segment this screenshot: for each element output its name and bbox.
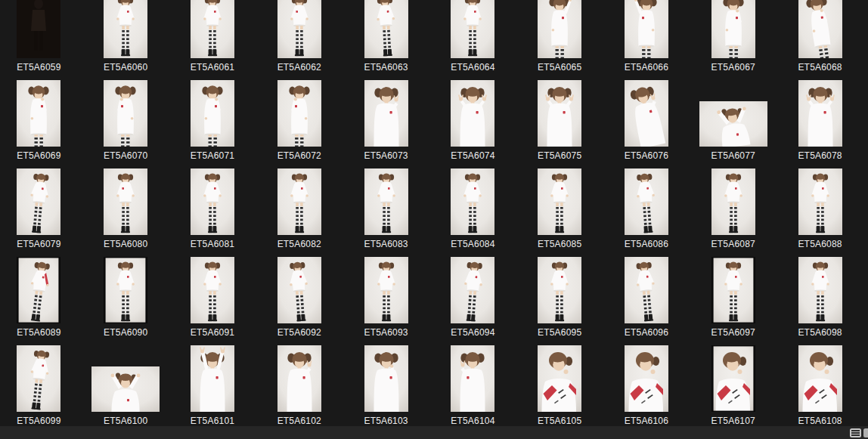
- gallery-item[interactable]: ET5A6074: [429, 77, 516, 165]
- photo-filename[interactable]: ET5A6077: [711, 150, 755, 161]
- gallery-item[interactable]: ET5A6088: [777, 165, 863, 254]
- photo-filename[interactable]: ET5A6092: [277, 327, 321, 338]
- gallery-item[interactable]: ET5A6089: [0, 254, 82, 342]
- photo-image[interactable]: [625, 168, 668, 235]
- photo-thumbnail[interactable]: [277, 257, 321, 323]
- gallery-item[interactable]: ET5A6081: [169, 165, 256, 254]
- photo-image[interactable]: [451, 257, 494, 323]
- gallery-item[interactable]: ET5A6071: [169, 77, 256, 165]
- gallery-item[interactable]: ET5A6082: [256, 165, 343, 254]
- photo-thumbnail[interactable]: [364, 168, 408, 235]
- photo-image[interactable]: [91, 366, 160, 412]
- photo-image[interactable]: [538, 80, 581, 147]
- gallery-item[interactable]: ET5A6107: [690, 342, 777, 431]
- photo-filename[interactable]: ET5A6073: [364, 150, 408, 161]
- photo-thumbnail[interactable]: [538, 257, 581, 323]
- photo-image[interactable]: [17, 168, 60, 235]
- photo-thumbnail[interactable]: [699, 101, 767, 147]
- photo-filename[interactable]: ET5A6089: [17, 327, 60, 338]
- photo-filename[interactable]: ET5A6076: [625, 150, 668, 161]
- photo-thumbnail[interactable]: [798, 257, 842, 323]
- photo-filename[interactable]: ET5A6106: [625, 416, 668, 426]
- photo-filename[interactable]: ET5A6075: [538, 150, 581, 161]
- photo-thumbnail[interactable]: [191, 257, 234, 323]
- gallery-item[interactable]: ET5A6072: [256, 77, 343, 165]
- photo-image[interactable]: [17, 345, 60, 412]
- photo-thumbnail[interactable]: [711, 0, 755, 58]
- photo-thumbnail[interactable]: [364, 345, 408, 412]
- photo-image[interactable]: [451, 0, 494, 58]
- photo-thumbnail[interactable]: [798, 0, 842, 58]
- gallery-item[interactable]: ET5A6085: [516, 165, 603, 254]
- photo-filename[interactable]: ET5A6067: [711, 62, 755, 73]
- gallery-item[interactable]: ET5A6060: [82, 0, 169, 77]
- photo-filename[interactable]: ET5A6072: [277, 150, 321, 161]
- photo-thumbnail[interactable]: [191, 80, 234, 147]
- photo-thumbnail[interactable]: [17, 345, 60, 412]
- photo-image[interactable]: [191, 80, 234, 147]
- photo-thumbnail[interactable]: [277, 0, 321, 58]
- gallery-item[interactable]: ET5A6094: [429, 254, 516, 342]
- photo-filename[interactable]: ET5A6060: [104, 62, 147, 73]
- photo-image[interactable]: [17, 257, 60, 323]
- gallery-item[interactable]: ET5A6096: [603, 254, 690, 342]
- photo-image[interactable]: [625, 257, 668, 323]
- photo-thumbnail[interactable]: [625, 168, 668, 235]
- photo-image[interactable]: [191, 0, 234, 58]
- photo-thumbnail[interactable]: [538, 0, 581, 58]
- photo-filename[interactable]: ET5A6099: [17, 416, 60, 426]
- photo-filename[interactable]: ET5A6087: [711, 239, 755, 249]
- gallery-item[interactable]: ET5A6068: [777, 0, 863, 77]
- photo-image[interactable]: [364, 168, 408, 235]
- photo-thumbnail[interactable]: [91, 366, 160, 412]
- photo-filename[interactable]: ET5A6103: [364, 416, 408, 426]
- photo-image[interactable]: [798, 168, 842, 235]
- photo-image[interactable]: [104, 168, 147, 235]
- photo-image[interactable]: [364, 0, 408, 58]
- photo-filename[interactable]: ET5A6083: [364, 239, 408, 249]
- photo-filename[interactable]: ET5A6066: [625, 62, 668, 73]
- gallery-item[interactable]: ET5A6097: [690, 254, 777, 342]
- photo-thumbnail[interactable]: [104, 168, 147, 235]
- gallery-item[interactable]: ET5A6100: [82, 342, 169, 431]
- gallery-item[interactable]: ET5A6105: [516, 342, 603, 431]
- photo-thumbnail[interactable]: [798, 345, 842, 412]
- photo-filename[interactable]: ET5A6079: [17, 239, 60, 249]
- photo-filename[interactable]: ET5A6093: [364, 327, 408, 338]
- photo-image[interactable]: [711, 168, 755, 235]
- gallery-item[interactable]: ET5A6103: [343, 342, 429, 431]
- gallery-item[interactable]: ET5A6086: [603, 165, 690, 254]
- photo-image[interactable]: [451, 80, 494, 147]
- gallery-item[interactable]: ET5A6079: [0, 165, 82, 254]
- photo-image[interactable]: [625, 0, 668, 58]
- photo-filename[interactable]: ET5A6097: [711, 327, 755, 338]
- photo-image[interactable]: [191, 257, 234, 323]
- gallery-item[interactable]: ET5A6106: [603, 342, 690, 431]
- photo-filename[interactable]: ET5A6090: [104, 327, 147, 338]
- photo-filename[interactable]: ET5A6065: [538, 62, 581, 73]
- photo-thumbnail[interactable]: [711, 168, 755, 235]
- gallery-item[interactable]: ET5A6093: [343, 254, 429, 342]
- photo-image[interactable]: [364, 257, 408, 323]
- photo-thumbnail[interactable]: [625, 80, 668, 147]
- photo-thumbnail[interactable]: [451, 345, 494, 412]
- photo-filename[interactable]: ET5A6104: [451, 416, 494, 426]
- list-view-icon[interactable]: [850, 428, 861, 437]
- photo-thumbnail[interactable]: [625, 257, 668, 323]
- gallery-item[interactable]: ET5A6080: [82, 165, 169, 254]
- gallery-item[interactable]: ET5A6104: [429, 342, 516, 431]
- photo-thumbnail[interactable]: [451, 257, 494, 323]
- photo-image[interactable]: [538, 0, 581, 58]
- photo-filename[interactable]: ET5A6107: [711, 416, 755, 426]
- photo-thumbnail[interactable]: [191, 0, 234, 58]
- photo-filename[interactable]: ET5A6096: [625, 327, 668, 338]
- photo-thumbnail[interactable]: [625, 0, 668, 58]
- photo-filename[interactable]: ET5A6088: [798, 239, 842, 249]
- photo-image[interactable]: [277, 80, 321, 147]
- gallery-item[interactable]: ET5A6102: [256, 342, 343, 431]
- photo-filename[interactable]: ET5A6074: [451, 150, 494, 161]
- gallery-item[interactable]: ET5A6101: [169, 342, 256, 431]
- photo-thumbnail[interactable]: [538, 80, 581, 147]
- photo-image[interactable]: [538, 168, 581, 235]
- photo-thumbnail[interactable]: [364, 0, 408, 58]
